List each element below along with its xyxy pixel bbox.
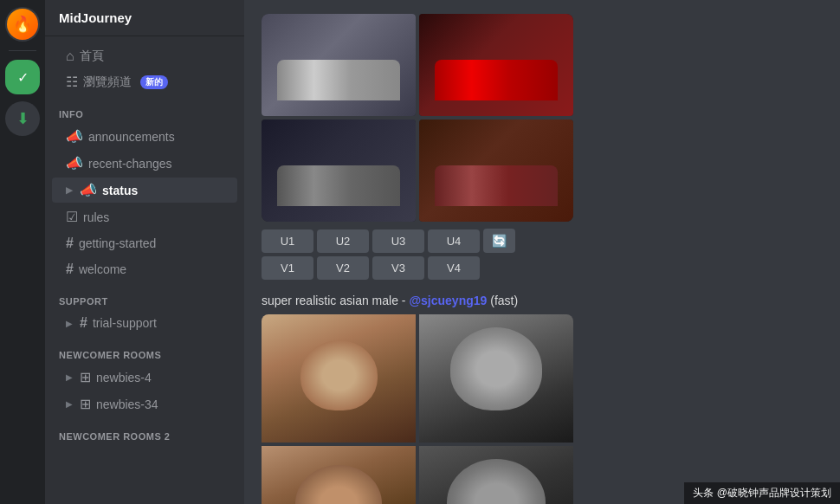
channel-recent-changes[interactable]: 📣 recent-changes bbox=[52, 151, 237, 176]
hash-icon-2: # bbox=[66, 262, 74, 277]
u4-button[interactable]: U4 bbox=[428, 229, 480, 253]
u2-button[interactable]: U2 bbox=[317, 229, 369, 253]
car-images-section: U1 U2 U3 U4 🔄 V1 V2 V3 V4 bbox=[262, 14, 823, 280]
home-icon: ⌂ bbox=[66, 48, 74, 64]
icon-bar: 🔥 ✓ ⬇ bbox=[0, 0, 45, 504]
face-image-4 bbox=[419, 446, 573, 504]
channel-newbies-4[interactable]: ▶ ⊞ newbies-4 bbox=[52, 365, 237, 390]
car-image-3 bbox=[262, 120, 416, 222]
channel-trial-support[interactable]: ▶ # trial-support bbox=[52, 311, 237, 335]
announce-icon: 📣 bbox=[66, 128, 83, 145]
car-visual-3 bbox=[262, 120, 416, 222]
channel-status[interactable]: ▶ 📣 status bbox=[52, 178, 237, 203]
v2-button[interactable]: V2 bbox=[317, 256, 369, 280]
arrow-icon-2: ▶ bbox=[66, 319, 73, 328]
rules-icon: ☑ bbox=[66, 209, 78, 225]
announce-icon-2: 📣 bbox=[66, 155, 83, 171]
refresh-button[interactable]: 🔄 bbox=[483, 229, 515, 253]
server-name[interactable]: MidJourney bbox=[45, 0, 244, 36]
browse-icon: ☷ bbox=[66, 74, 78, 90]
watermark-text: 头条 @破晓钟声品牌设计策划 bbox=[693, 487, 831, 499]
car-image-1 bbox=[262, 14, 416, 116]
download-icon[interactable]: ⬇ bbox=[5, 101, 40, 136]
section-info: INFO bbox=[45, 95, 244, 123]
ai-generation-section: super realistic asian male - @sjcueyng19… bbox=[262, 294, 823, 504]
v-button-row: V1 V2 V3 V4 bbox=[262, 256, 573, 280]
announce-icon-3: 📣 bbox=[80, 182, 97, 198]
nav-home[interactable]: ⌂ 首頁 bbox=[52, 44, 237, 68]
main-content: U1 U2 U3 U4 🔄 V1 V2 V3 V4 super realisti… bbox=[244, 0, 840, 504]
arrow-icon-3: ▶ bbox=[66, 372, 73, 382]
channel-announcements[interactable]: 📣 announcements bbox=[52, 124, 237, 149]
car-visual-4 bbox=[419, 120, 573, 222]
nav-browse[interactable]: ☷ 瀏覽頻道 新的 bbox=[52, 69, 237, 94]
server-avatar[interactable]: 🔥 bbox=[5, 7, 40, 42]
car-visual-1 bbox=[262, 14, 416, 116]
face-image-2 bbox=[419, 314, 573, 443]
sidebar: MidJourney ⌂ 首頁 ☷ 瀏覽頻道 新的 INFO 📣 announc… bbox=[45, 0, 244, 504]
arrow-icon: ▶ bbox=[66, 185, 73, 195]
channel-label: rules bbox=[83, 210, 109, 224]
v1-button[interactable]: V1 bbox=[262, 256, 313, 280]
channel-label: announcements bbox=[88, 130, 175, 144]
channel-newbies-34[interactable]: ▶ ⊞ newbies-34 bbox=[52, 391, 237, 417]
channel-label: newbies-34 bbox=[96, 397, 158, 411]
image-channel-icon-2: ⊞ bbox=[80, 396, 91, 412]
ai-prompt-text: super realistic asian male - bbox=[262, 294, 409, 307]
channel-welcome[interactable]: # welcome bbox=[52, 257, 237, 281]
car-image-4 bbox=[419, 120, 573, 222]
server-title: MidJourney bbox=[59, 10, 132, 25]
watermark: 头条 @破晓钟声品牌设计策划 bbox=[684, 482, 840, 504]
car-image-2 bbox=[419, 14, 573, 116]
ai-speed: (fast) bbox=[490, 294, 518, 307]
hash-icon-3: # bbox=[80, 315, 87, 331]
nav-home-label: 首頁 bbox=[80, 48, 104, 64]
hash-icon: # bbox=[66, 236, 74, 251]
nav-browse-label: 瀏覽頻道 bbox=[83, 74, 132, 90]
u3-button[interactable]: U3 bbox=[372, 229, 424, 253]
face-image-3 bbox=[262, 446, 416, 504]
arrow-icon-4: ▶ bbox=[66, 399, 73, 409]
ai-prompt-label: super realistic asian male - @sjcueyng19… bbox=[262, 294, 823, 307]
u1-button[interactable]: U1 bbox=[262, 229, 313, 253]
v4-button[interactable]: V4 bbox=[428, 256, 480, 280]
section-newcomer-rooms: NEWCOMER ROOMS bbox=[45, 336, 244, 364]
section-support: SUPPORT bbox=[45, 282, 244, 310]
channel-label: recent-changes bbox=[88, 157, 172, 171]
variant-button-grid: U1 U2 U3 U4 🔄 V1 V2 V3 V4 bbox=[262, 229, 573, 280]
channel-label: getting-started bbox=[79, 236, 157, 250]
channel-getting-started[interactable]: # getting-started bbox=[52, 231, 237, 255]
section-newcomer-rooms-2: NEWCOMER ROOMS 2 bbox=[45, 417, 244, 445]
new-badge: 新的 bbox=[140, 75, 168, 89]
channel-label: newbies-4 bbox=[96, 371, 152, 384]
car-visual-2 bbox=[419, 14, 573, 116]
channel-rules[interactable]: ☑ rules bbox=[52, 204, 237, 229]
v3-button[interactable]: V3 bbox=[372, 256, 424, 280]
face-image-grid bbox=[262, 314, 573, 504]
ai-username: @sjcueyng19 bbox=[409, 294, 487, 307]
car-image-grid bbox=[262, 14, 573, 222]
channel-label: status bbox=[102, 184, 138, 197]
channel-label: welcome bbox=[79, 262, 126, 276]
channel-label: trial-support bbox=[93, 316, 157, 330]
green-status-icon[interactable]: ✓ bbox=[5, 60, 40, 94]
u-button-row: U1 U2 U3 U4 🔄 bbox=[262, 229, 573, 253]
face-image-1 bbox=[262, 314, 416, 443]
server-icon: 🔥 bbox=[7, 9, 38, 40]
image-channel-icon: ⊞ bbox=[80, 369, 91, 385]
